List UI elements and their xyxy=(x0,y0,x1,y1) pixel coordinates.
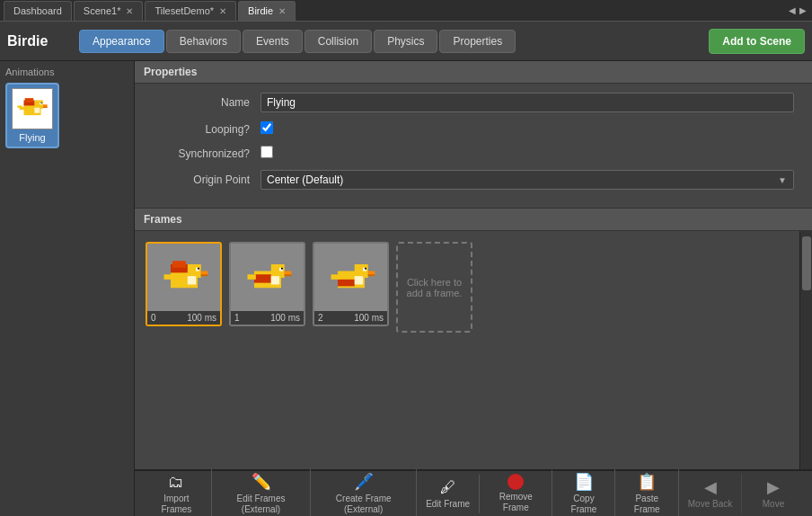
svg-rect-20 xyxy=(163,274,172,280)
origin-select[interactable]: Center (Default) Top-Left Top-Right Bott… xyxy=(260,170,794,190)
frames-section: Frames xyxy=(135,209,812,469)
paste-frame-icon: 📋 xyxy=(637,472,657,492)
prop-value-synchronized xyxy=(260,146,794,161)
tab-nav-right[interactable]: ▶ xyxy=(799,5,807,15)
copy-frame-label: Copy Frame xyxy=(560,494,607,515)
toolbar-edit-frame[interactable]: 🖋 Edit Frame xyxy=(417,475,480,513)
add-frame-button[interactable]: Click here to add a frame. xyxy=(396,242,472,333)
tab-behaviors[interactable]: Behaviors xyxy=(166,30,241,53)
svg-rect-28 xyxy=(270,276,278,284)
toolbar-remove-frame[interactable]: Remove Frame xyxy=(480,470,552,516)
frame-bird-icon-2 xyxy=(324,251,378,305)
vertical-scrollbar[interactable] xyxy=(799,231,812,469)
svg-rect-24 xyxy=(281,267,283,269)
import-frames-label: Import Frames xyxy=(149,494,204,515)
tab-collision[interactable]: Collision xyxy=(304,30,372,53)
edit-frame-icon: 🖋 xyxy=(440,478,456,497)
header-row: Birdie Appearance Behaviors Events Colli… xyxy=(0,22,812,61)
frame-duration-1: 100 ms xyxy=(270,313,300,323)
svg-rect-8 xyxy=(34,108,40,113)
tab-nav-arrows: ◀ ▶ xyxy=(789,5,812,15)
toolbar-move[interactable]: ▶ Move xyxy=(742,474,805,513)
prop-row-origin: Origin Point Center (Default) Top-Left T… xyxy=(153,170,794,190)
sidebar: Animations xyxy=(0,61,135,516)
frame-index-2: 2 xyxy=(318,313,323,323)
animation-item-flying[interactable]: Flying xyxy=(5,83,59,148)
svg-rect-3 xyxy=(41,102,42,103)
tab-appearance[interactable]: Appearance xyxy=(79,30,164,53)
animation-thumb xyxy=(12,88,53,129)
toolbar-import-frames[interactable]: 🗂 Import Frames xyxy=(142,469,212,517)
frame-item-1[interactable]: 1 100 ms xyxy=(229,242,305,326)
tab-tilesetdemo-close[interactable]: ✕ xyxy=(219,6,226,16)
tab-tilesetdemo-label: TilesetDemo* xyxy=(154,5,214,16)
toolbar-paste-frame[interactable]: 📋 Paste Frame xyxy=(615,468,679,516)
edit-frame-label: Edit Frame xyxy=(426,499,470,510)
top-tab-bar: Dashboard Scene1* ✕ TilesetDemo* ✕ Birdi… xyxy=(0,0,812,22)
paste-frame-label: Paste Frame xyxy=(622,494,671,515)
name-input[interactable] xyxy=(260,93,794,112)
tab-dashboard[interactable]: Dashboard xyxy=(4,1,72,21)
frame-bird-icon-1 xyxy=(241,251,295,305)
frame-info-2: 2 100 ms xyxy=(314,311,387,325)
svg-rect-14 xyxy=(198,267,199,269)
content-area: Animations xyxy=(0,61,812,516)
toolbar-copy-frame[interactable]: 📄 Copy Frame xyxy=(552,468,615,516)
svg-rect-27 xyxy=(254,274,271,282)
svg-rect-19 xyxy=(187,276,195,284)
tab-birdie[interactable]: Birdie ✕ xyxy=(238,1,296,21)
svg-rect-16 xyxy=(200,274,207,276)
tab-physics[interactable]: Physics xyxy=(374,30,437,53)
remove-icon-circle xyxy=(508,474,524,490)
frame-thumb-2 xyxy=(314,244,387,311)
frame-info-0: 0 100 ms xyxy=(147,311,220,325)
frames-section-header: Frames xyxy=(135,209,812,231)
svg-rect-29 xyxy=(247,274,255,280)
tab-properties[interactable]: Properties xyxy=(439,30,516,53)
move-label: Move xyxy=(763,499,784,510)
svg-rect-5 xyxy=(43,107,48,108)
frame-index-0: 0 xyxy=(151,313,156,323)
bottom-toolbar: 🗂 Import Frames ✏️ Edit Frames (External… xyxy=(135,469,812,516)
prop-value-looping xyxy=(260,121,794,137)
move-back-label: Move Back xyxy=(688,499,732,510)
prop-row-name: Name xyxy=(153,93,794,112)
prop-row-synchronized: Synchronized? xyxy=(153,146,794,161)
tab-collision-label: Collision xyxy=(318,35,358,48)
copy-frame-icon: 📄 xyxy=(574,472,594,492)
svg-rect-35 xyxy=(367,274,375,276)
synchronized-checkbox[interactable] xyxy=(260,146,273,158)
svg-rect-36 xyxy=(338,279,355,286)
tab-events[interactable]: Events xyxy=(243,30,303,53)
tab-behaviors-label: Behaviors xyxy=(180,35,227,48)
scrollbar-thumb[interactable] xyxy=(802,236,811,290)
edit-external-label: Edit Frames (External) xyxy=(219,494,304,515)
frame-info-1: 1 100 ms xyxy=(231,311,304,325)
toolbar-edit-external[interactable]: ✏️ Edit Frames (External) xyxy=(212,468,312,516)
tab-birdie-label: Birdie xyxy=(248,5,273,16)
tab-scene1-close[interactable]: ✕ xyxy=(126,6,133,16)
frames-scroll[interactable]: 0 100 ms xyxy=(135,231,799,469)
looping-checkbox[interactable] xyxy=(260,121,273,134)
svg-rect-33 xyxy=(365,267,366,269)
tab-birdie-close[interactable]: ✕ xyxy=(278,6,286,16)
tab-tilesetdemo[interactable]: TilesetDemo* ✕ xyxy=(145,1,236,21)
prop-label-looping: Looping? xyxy=(153,123,260,136)
bird-icon xyxy=(15,92,49,126)
frame-thumb-1 xyxy=(231,244,304,311)
frame-item-2[interactable]: 2 100 ms xyxy=(313,242,389,326)
add-to-scene-button[interactable]: Add to Scene xyxy=(709,29,805,54)
import-frames-icon: 🗂 xyxy=(168,473,184,492)
create-external-icon: 🖊️ xyxy=(354,472,374,492)
frame-item-0[interactable]: 0 100 ms xyxy=(146,242,222,326)
main-panel: Properties Name Looping? xyxy=(135,61,812,516)
frame-duration-0: 100 ms xyxy=(187,313,216,323)
frame-thumb-0 xyxy=(147,244,220,311)
tab-nav-left[interactable]: ◀ xyxy=(789,5,796,15)
prop-label-synchronized: Synchronized? xyxy=(153,147,260,160)
prop-row-looping: Looping? xyxy=(153,121,794,137)
toolbar-move-back[interactable]: ◀ Move Back xyxy=(679,474,742,513)
toolbar-create-external[interactable]: 🖊️ Create Frame (External) xyxy=(311,468,417,516)
tab-dashboard-label: Dashboard xyxy=(13,5,62,16)
tab-scene1[interactable]: Scene1* ✕ xyxy=(74,1,144,21)
